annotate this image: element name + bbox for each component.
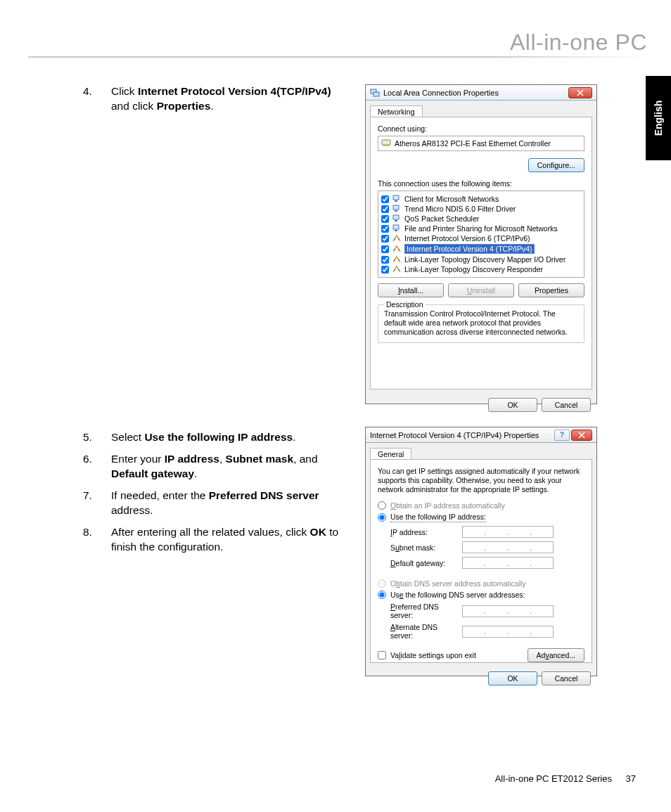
close-icon <box>578 432 585 438</box>
help-icon: ? <box>560 431 564 439</box>
close-button[interactable] <box>571 430 592 441</box>
radio-input[interactable] <box>378 591 386 599</box>
pref-dns-input[interactable]: ... <box>462 605 554 617</box>
cancel-button[interactable]: Cancel <box>542 671 591 685</box>
list-item[interactable]: Link-Layer Topology Discovery Responder <box>381 264 581 274</box>
radio-input[interactable] <box>378 513 386 522</box>
list-item[interactable]: Trend Micro NDIS 6.0 Filter Driver <box>381 204 581 214</box>
text: . <box>194 468 197 479</box>
item-label: Trend Micro NDIS 6.0 Filter Driver <box>404 205 516 213</box>
ip-address-input[interactable]: ... <box>462 526 554 538</box>
bold: Default gateway <box>111 468 194 479</box>
step-number: 8. <box>83 525 92 540</box>
item-checkbox[interactable] <box>381 245 389 253</box>
bold: Internet Protocol Version 4(TCP/IPv4) <box>138 85 331 97</box>
radio-input <box>378 579 386 588</box>
dialog-titlebar[interactable]: Local Area Connection Properties <box>366 85 596 101</box>
dialog-footer: OK Cancel <box>366 667 596 690</box>
list-item[interactable]: Link-Layer Topology Discovery Mapper I/O… <box>381 254 581 264</box>
svg-point-16 <box>394 249 395 250</box>
text: , and <box>293 453 317 465</box>
item-label: Internet Protocol Version 4 (TCP/IPv4) <box>404 244 535 254</box>
list-item[interactable]: Client for Microsoft Networks <box>381 194 581 204</box>
svg-rect-2 <box>382 140 390 145</box>
cancel-button[interactable]: Cancel <box>542 398 591 412</box>
text: If needed, enter the <box>111 489 209 501</box>
general-tab[interactable]: General <box>370 448 411 460</box>
validate-checkbox[interactable] <box>378 651 386 659</box>
item-checkbox[interactable] <box>381 205 389 213</box>
advanced-button[interactable]: Advanced... <box>528 648 584 662</box>
svg-rect-12 <box>393 225 399 229</box>
protocol-icon <box>392 255 402 264</box>
svg-rect-5 <box>388 145 389 146</box>
adapter-icon <box>381 138 391 148</box>
language-tab: English <box>646 76 671 160</box>
obtain-ip-radio[interactable]: Obtain an IP address automatically <box>378 501 584 510</box>
connection-items-list[interactable]: Client for Microsoft Networks Trend Micr… <box>378 191 584 278</box>
intro-text: You can get IP settings assigned automat… <box>378 467 584 494</box>
series-label: All-in-one PC ET2012 Series <box>495 773 612 784</box>
dialog-footer: OK Cancel <box>366 394 596 416</box>
text: After entering all the related values, c… <box>111 526 310 538</box>
step-5: 5. Select Use the following IP address. <box>83 430 350 445</box>
properties-button[interactable]: Properties <box>518 283 584 297</box>
text: . <box>293 431 295 443</box>
item-checkbox[interactable] <box>381 225 389 233</box>
text: Click <box>111 85 138 97</box>
svg-point-18 <box>394 259 395 261</box>
item-checkbox[interactable] <box>381 256 389 264</box>
svg-rect-8 <box>393 205 399 210</box>
svg-point-17 <box>398 249 400 250</box>
help-button[interactable]: ? <box>554 430 570 441</box>
gateway-row: Default gateway: ... <box>378 557 584 569</box>
bold: Preferred DNS server <box>209 489 319 501</box>
list-item-selected[interactable]: Internet Protocol Version 4 (TCP/IPv4) <box>381 243 581 254</box>
ok-button[interactable]: OK <box>488 398 537 412</box>
subnet-input[interactable]: ... <box>462 541 554 553</box>
list-item[interactable]: File and Printer Sharing for Microsoft N… <box>381 224 581 233</box>
step-4: 4. Click Internet Protocol Version 4(TCP… <box>83 84 350 114</box>
close-button[interactable] <box>568 87 592 98</box>
item-checkbox[interactable] <box>381 215 389 223</box>
dialog-titlebar[interactable]: Internet Protocol Version 4 (TCP/IPv4) P… <box>366 427 596 443</box>
language-label: English <box>653 101 664 136</box>
step-number: 6. <box>83 452 92 467</box>
item-label: File and Printer Sharing for Microsoft N… <box>404 224 558 233</box>
ok-button[interactable]: OK <box>488 671 537 685</box>
radio-input[interactable] <box>378 501 386 510</box>
list-item[interactable]: Internet Protocol Version 6 (TCP/IPv6) <box>381 233 581 243</box>
ipv4-properties-dialog: Internet Protocol Version 4 (TCP/IPv4) P… <box>365 427 597 676</box>
use-ip-radio[interactable]: Use the following IP address: <box>378 513 584 522</box>
validate-checkbox-row[interactable]: Validate settings upon exit <box>378 651 476 659</box>
tab-panel: You can get IP settings assigned automat… <box>370 459 592 663</box>
item-checkbox[interactable] <box>381 266 389 273</box>
description-text: Transmission Control Protocol/Internet P… <box>384 309 578 337</box>
dialog-title: Local Area Connection Properties <box>383 89 499 97</box>
svg-point-21 <box>398 269 400 271</box>
validate-label: Validate settings upon exit <box>390 651 476 659</box>
tab-bar: General <box>366 443 596 459</box>
ip-address-label: IP address: <box>378 528 462 536</box>
items-label: This connection uses the following items… <box>378 179 584 188</box>
text: . <box>210 100 213 112</box>
instructions-block-1: 4. Click Internet Protocol Version 4(TCP… <box>83 84 350 121</box>
list-item[interactable]: QoS Packet Scheduler <box>381 214 581 224</box>
item-checkbox[interactable] <box>381 195 389 203</box>
step-number: 4. <box>83 84 92 99</box>
svg-rect-4 <box>385 145 387 146</box>
product-title: All-in-one PC <box>510 30 647 56</box>
adapter-name: Atheros AR8132 PCI-E Fast Ethernet Contr… <box>395 139 551 148</box>
configure-button[interactable]: Configure... <box>528 158 584 172</box>
alt-dns-input[interactable]: ... <box>462 626 554 638</box>
item-label: Internet Protocol Version 6 (TCP/IPv6) <box>404 234 530 243</box>
adapter-field[interactable]: Atheros AR8132 PCI-E Fast Ethernet Contr… <box>378 136 584 151</box>
install-button[interactable]: IInstall...nstall... <box>378 283 444 297</box>
text: Enter your <box>111 453 165 465</box>
obtain-dns-radio: Obtain DNS server address automatically <box>378 579 584 588</box>
use-dns-label: Use the following DNS server addresses: <box>390 591 525 599</box>
networking-tab[interactable]: Networking <box>370 105 423 117</box>
gateway-input[interactable]: ... <box>462 557 554 569</box>
use-dns-radio[interactable]: Use the following DNS server addresses: <box>378 591 584 599</box>
item-checkbox[interactable] <box>381 235 389 243</box>
